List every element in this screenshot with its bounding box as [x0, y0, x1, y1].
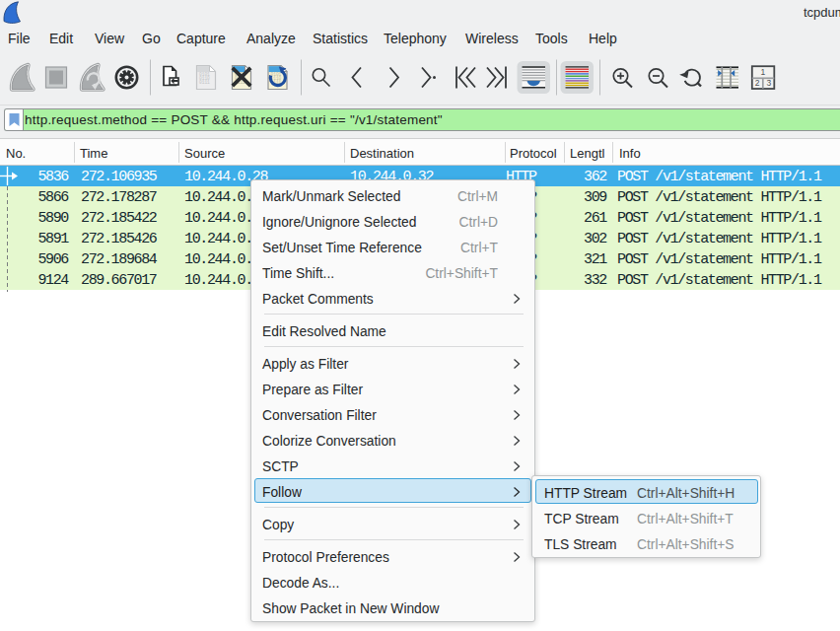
svg-text:0111: 0111 [199, 80, 210, 85]
svg-text:2: 2 [755, 78, 760, 88]
svg-text:3: 3 [767, 78, 772, 88]
svg-text:1: 1 [760, 67, 765, 77]
